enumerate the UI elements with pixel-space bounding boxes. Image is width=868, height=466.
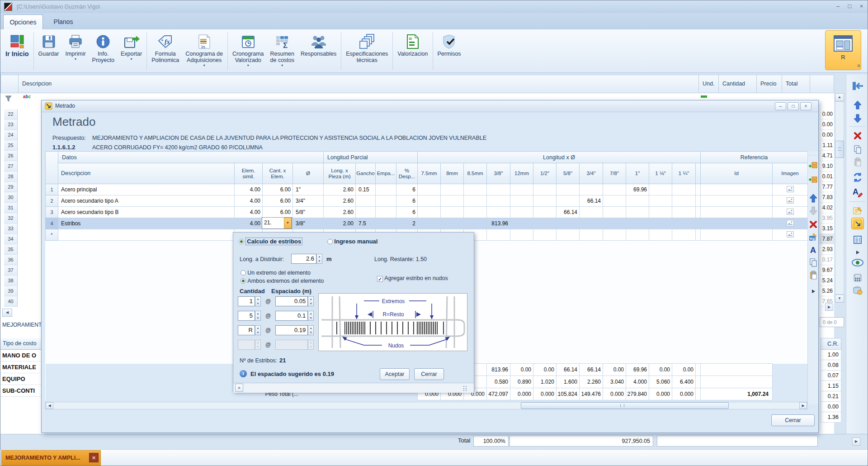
move-down-icon[interactable] — [851, 113, 864, 124]
grid-column-header[interactable]: %Desp... — [396, 163, 418, 184]
column-header-und[interactable]: Und. — [699, 75, 719, 93]
collapse-left-icon[interactable] — [851, 80, 864, 92]
vertical-scrollbar[interactable] — [835, 101, 844, 295]
dialog-close-icon[interactable]: × — [800, 102, 811, 110]
quantity-editor-cell[interactable]: 21. ▼ — [262, 218, 292, 228]
grid-column-header[interactable]: Descripcion — [58, 163, 235, 184]
add-row-bottom-icon[interactable] — [808, 175, 818, 185]
spacing-spinner[interactable]: ▲▼ — [308, 311, 314, 321]
paste-disabled-icon[interactable] — [851, 156, 864, 168]
popup-mini-close-icon[interactable]: × — [235, 384, 243, 392]
text-icon[interactable]: A — [808, 244, 818, 255]
grid-column-header[interactable]: 1 ¼" — [672, 163, 696, 184]
grid-row[interactable]: 2Acero secundario tipo A4.006.003/4"2.60… — [46, 195, 808, 207]
scroll-left-icon[interactable]: ◀ — [2, 309, 12, 317]
editor-dropdown-icon[interactable]: ▼ — [284, 218, 292, 228]
scroll-right-icon[interactable]: ▶ — [825, 304, 833, 311]
minimize-button[interactable]: – — [832, 2, 844, 11]
grid-column-header[interactable] — [696, 163, 701, 184]
grid-column-header[interactable]: Elem.simil. — [235, 163, 263, 184]
tab-planos[interactable]: Planos — [45, 14, 82, 29]
column-header-total[interactable]: Total — [782, 75, 810, 93]
move-up-icon[interactable] — [808, 193, 818, 204]
format-icon[interactable]: A — [851, 186, 864, 198]
delete-icon[interactable] — [808, 219, 818, 230]
grid-column-header[interactable]: 7.5mm — [418, 163, 441, 184]
document-tab[interactable]: MEJORAMIENTO Y AMPLI... — [1, 450, 101, 466]
image-placeholder-icon[interactable] — [787, 233, 794, 239]
document-tab-close-icon[interactable]: × — [89, 453, 99, 462]
grid-column-header[interactable]: 7/8" — [603, 163, 626, 184]
ribbon-button-resumen-de-costos[interactable]: ΣResumende costos▼ — [267, 30, 298, 72]
spacing-input[interactable]: 0.05 — [275, 296, 308, 306]
image-placeholder-icon[interactable] — [787, 187, 794, 194]
column-header-descripcion[interactable]: Descripcion — [19, 75, 699, 93]
spacing-spinner[interactable]: ▲▼ — [308, 296, 314, 306]
grid-row[interactable]: 1Acero principal4.006.001"2.600.15669.96 — [46, 184, 808, 195]
mode-radio-manual[interactable]: Ingreso manual — [327, 238, 377, 245]
end-radio-both[interactable]: Ambos extremos del elemento — [241, 278, 324, 284]
grid-column-header[interactable]: 12mm — [510, 163, 533, 184]
column-header-cantidad[interactable]: Cantidad — [719, 75, 757, 93]
grid-column-header[interactable]: Id — [701, 163, 773, 184]
ribbon-button-formula-polinomica[interactable]: fxFormulaPolinomica — [148, 30, 182, 72]
grid-scrollbar-thumb[interactable] — [521, 402, 729, 409]
ribbon-button-ir-inicio[interactable]: Ir Inicio — [2, 30, 32, 72]
cost-type-row[interactable]: SUB-CONTI — [0, 385, 42, 397]
grid-column-header[interactable]: Long. xPieza (m) — [324, 163, 356, 184]
ribbon-button-info-proyecto[interactable]: Info.Proyecto — [89, 30, 118, 72]
maximize-button[interactable]: □ — [844, 2, 855, 11]
grid-column-header[interactable]: Cant. xElem. — [263, 163, 293, 184]
spacing-input[interactable]: 0.1 — [275, 311, 308, 321]
grid-column-header[interactable]: 3/8" — [487, 163, 510, 184]
cost-type-row[interactable]: MATERIALE — [0, 361, 42, 373]
refresh-icon[interactable] — [851, 171, 864, 183]
grid-scroll-right-icon[interactable]: ▶ — [799, 402, 807, 409]
database-icon[interactable] — [851, 285, 864, 296]
cost-type-row[interactable]: EQUIPO — [0, 373, 42, 385]
end-radio-one[interactable]: Un extremo del elemento — [241, 270, 311, 276]
arrow-more-icon[interactable] — [808, 286, 818, 297]
image-placeholder-icon[interactable] — [787, 221, 794, 228]
grid-column-header[interactable]: 5/8" — [557, 163, 580, 184]
grid-column-header[interactable]: 1" — [626, 163, 649, 184]
spacing-input[interactable]: 0.19 — [275, 325, 308, 335]
copy-icon[interactable] — [851, 143, 864, 155]
qty-input[interactable]: R — [238, 325, 255, 335]
grid-column-header[interactable]: 1/2" — [533, 163, 557, 184]
tab-opciones[interactable]: Opciones — [3, 14, 43, 29]
grid-row[interactable]: 3Acero secundario tipo B4.006.005/8"2.60… — [46, 207, 808, 218]
grid-row[interactable]: 4Estribos4.003/8"2.007.52813.96 — [46, 218, 808, 229]
preview-icon[interactable] — [851, 257, 864, 268]
paste-icon[interactable] — [808, 270, 818, 281]
ribbon-button-especificaciones-t-cnicas[interactable]: Especificacionestécnicas — [343, 30, 391, 72]
image-placeholder-icon[interactable] — [787, 199, 794, 205]
ribbon-button-cronograma-valorizado[interactable]: CronogramaValorizado▼ — [229, 30, 267, 72]
collapse-ribbon-icon[interactable]: » — [855, 58, 864, 67]
cost-type-row[interactable]: MANO DE O — [0, 350, 42, 361]
grid-column-header[interactable]: Empa... — [376, 163, 396, 184]
move-up-icon[interactable] — [851, 99, 864, 111]
grid-column-header[interactable]: 8mm — [441, 163, 464, 184]
ribbon-button-valorizacion[interactable]: S/Valorizacion — [394, 30, 431, 72]
ribbon-button-permisos[interactable]: Permisos — [434, 30, 464, 72]
grid-column-header[interactable]: Imagen — [773, 163, 808, 184]
filter-icon[interactable] — [5, 95, 12, 103]
ribbon-button-imprimir[interactable]: Imprimir▼ — [62, 30, 89, 72]
qty-spinner[interactable]: ▲▼ — [255, 325, 261, 335]
report-icon[interactable] — [851, 234, 864, 246]
resize-grip-icon[interactable] — [463, 385, 468, 392]
qty-spinner[interactable]: ▲▼ — [255, 311, 261, 321]
grid-column-header[interactable]: 8.5mm — [464, 163, 487, 184]
length-input[interactable]: 2.6 — [291, 254, 316, 264]
tipo-de-costo-header[interactable]: Tipo de costo — [0, 338, 42, 350]
quantity-editor-value[interactable]: 21. — [262, 218, 284, 228]
note-icon[interactable] — [851, 205, 864, 217]
qty-input[interactable]: 5 — [238, 311, 255, 321]
nudos-checkbox[interactable]: ✓ Agregar estribo en nudos — [377, 275, 448, 282]
grid-column-header[interactable]: 1 ⅛" — [649, 163, 672, 184]
close-button[interactable]: × — [856, 2, 867, 11]
image-placeholder-icon[interactable] — [787, 210, 794, 216]
ribbon-button-exportar[interactable]: Exportar▼ — [118, 30, 145, 72]
dialog-cerrar-button[interactable]: Cerrar — [771, 414, 815, 426]
